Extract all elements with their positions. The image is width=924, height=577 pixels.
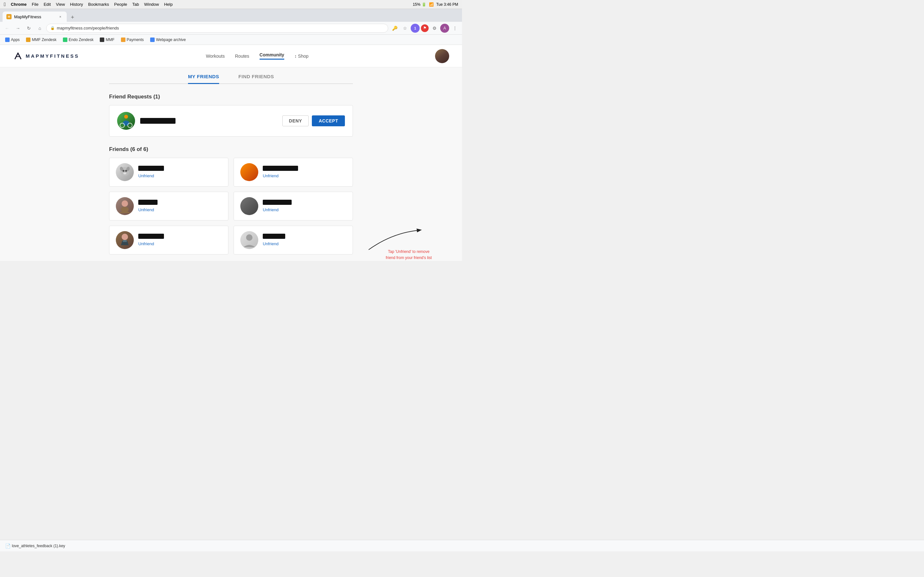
- shop-label: Shop: [298, 53, 309, 59]
- cyclist-icon: [117, 112, 135, 130]
- window-menu[interactable]: Window: [144, 2, 159, 7]
- url-text: mapmyfitness.com/people/friends: [57, 26, 384, 31]
- mmf-favicon: [100, 37, 104, 42]
- friend-6-unfriend[interactable]: Unfriend: [263, 242, 278, 246]
- friend-5-name: [138, 234, 164, 239]
- friend-2-info: Unfriend: [263, 166, 346, 179]
- new-tab-button[interactable]: +: [68, 13, 77, 22]
- bookmark-mmf-zendesk[interactable]: MMF Zendesk: [23, 37, 59, 43]
- tab-my-friends[interactable]: MY FRIENDS: [188, 74, 219, 84]
- svg-point-9: [123, 172, 126, 174]
- settings-icon[interactable]: ⚙: [430, 24, 439, 33]
- back-button[interactable]: ←: [3, 24, 11, 33]
- forward-button[interactable]: →: [13, 24, 23, 33]
- person-icon: [116, 197, 134, 215]
- nav-community[interactable]: Community: [260, 52, 284, 60]
- friend-3-unfriend[interactable]: Unfriend: [138, 207, 154, 212]
- friend-5-avatar-image: [116, 231, 134, 249]
- chrome-menu[interactable]: Chrome: [11, 2, 27, 7]
- bookmark-webpage-archive[interactable]: Webpage archive: [148, 37, 188, 43]
- bookmarks-menu[interactable]: Bookmarks: [88, 2, 109, 7]
- friends-title: Friends (6 of 6): [109, 146, 353, 153]
- svg-point-3: [128, 123, 132, 127]
- more-icon[interactable]: ⋮: [451, 24, 459, 33]
- friend-4-unfriend[interactable]: Unfriend: [263, 207, 278, 212]
- nav-workouts[interactable]: Workouts: [206, 53, 225, 59]
- friend-4-info: Unfriend: [263, 200, 346, 213]
- file-menu[interactable]: File: [32, 2, 39, 7]
- menu-bar:  Chrome File Edit View History Bookmark…: [0, 0, 462, 9]
- svg-point-1: [123, 121, 129, 126]
- friend-2-unfriend[interactable]: Unfriend: [263, 173, 278, 178]
- help-menu[interactable]: Help: [164, 2, 173, 7]
- nav-routes[interactable]: Routes: [235, 53, 249, 59]
- svg-point-2: [120, 123, 124, 127]
- dog-icon: [116, 163, 134, 181]
- tooltip-text: Tap 'Unfriend' to remove friend from you…: [384, 248, 433, 261]
- friend-1-unfriend[interactable]: Unfriend: [138, 173, 154, 178]
- user-avatar[interactable]: [435, 49, 449, 63]
- page-wrapper: MAPMYFITNESS Workouts Routes Community ↕…: [0, 45, 462, 261]
- friend-1-info: Unfriend: [138, 166, 222, 179]
- apps-favicon: [5, 37, 10, 42]
- friend-3-avatar: [116, 197, 134, 215]
- friend-3-avatar-image: [116, 197, 134, 215]
- people-menu[interactable]: People: [114, 2, 127, 7]
- friend-1-avatar: [116, 163, 134, 181]
- clock: Tue 3:46 PM: [436, 2, 458, 7]
- shop-arrows-icon: ↕: [294, 53, 297, 59]
- address-bar: ← → ↻ ⌂ 🔒 mapmyfitness.com/people/friend…: [0, 22, 462, 35]
- bookmark-mmf[interactable]: MMF: [97, 37, 117, 43]
- svg-point-12: [121, 234, 128, 240]
- tab-find-friends[interactable]: FIND FRIENDS: [238, 74, 274, 83]
- bookmark-endo-zendesk[interactable]: Endo Zendesk: [60, 37, 96, 43]
- active-tab[interactable]: M MapMyFitness ×: [3, 11, 67, 22]
- friend-card-1: Unfriend: [109, 158, 228, 187]
- key-icon[interactable]: 🔑: [390, 24, 399, 33]
- payments-favicon: [121, 37, 126, 42]
- friend-5-info: Unfriend: [138, 234, 222, 247]
- profile-badge[interactable]: 1: [411, 24, 420, 33]
- friend-1-name: [138, 166, 164, 171]
- star-icon[interactable]: ☆: [401, 24, 409, 33]
- friend-1-avatar-image: [116, 163, 134, 181]
- friend-3-info: Unfriend: [138, 200, 222, 213]
- tab-favicon: M: [6, 14, 11, 19]
- tab-close-button[interactable]: ×: [58, 14, 63, 19]
- extension-icon-red[interactable]: ⚑: [421, 24, 429, 32]
- user-avatar-image: [435, 49, 449, 63]
- mmf-nav-links: Workouts Routes Community ↕ Shop: [206, 52, 309, 60]
- svg-point-7: [123, 170, 124, 172]
- endo-zendesk-favicon: [63, 37, 67, 42]
- svg-point-8: [125, 170, 127, 172]
- man-suit-icon: [116, 231, 134, 249]
- refresh-button[interactable]: ↻: [24, 24, 33, 33]
- tab-bar: M MapMyFitness × +: [0, 9, 462, 22]
- bookmark-payments[interactable]: Payments: [118, 37, 146, 43]
- friend-6-avatar-image: [240, 231, 258, 249]
- deny-button[interactable]: DENY: [282, 115, 309, 126]
- tab-menu[interactable]: Tab: [132, 2, 139, 7]
- history-menu[interactable]: History: [70, 2, 83, 7]
- friends-grid: Unfriend Unfriend: [109, 158, 353, 255]
- home-button[interactable]: ⌂: [35, 24, 44, 33]
- accept-button[interactable]: ACCEPT: [312, 115, 345, 126]
- friend-card-5: Unfriend: [109, 226, 228, 255]
- bookmark-apps[interactable]: Apps: [3, 37, 22, 43]
- friend-5-unfriend[interactable]: Unfriend: [138, 242, 154, 246]
- nav-shop[interactable]: ↕ Shop: [294, 53, 309, 59]
- lock-icon: 🔒: [50, 26, 55, 30]
- ua-logo-icon: [13, 51, 23, 61]
- apple-menu[interactable]: : [4, 2, 6, 7]
- view-menu[interactable]: View: [56, 2, 65, 7]
- svg-rect-13: [123, 240, 127, 242]
- url-bar[interactable]: 🔒 mapmyfitness.com/people/friends: [46, 24, 388, 33]
- friend-avatar-image: [117, 112, 135, 130]
- chrome-profile-icon[interactable]: A: [440, 24, 449, 33]
- tooltip-label: Tap 'Unfriend' to remove friend from you…: [386, 250, 432, 260]
- mmf-logo[interactable]: MAPMYFITNESS: [13, 51, 79, 61]
- mmf-zendesk-label: MMF Zendesk: [32, 37, 57, 42]
- edit-menu[interactable]: Edit: [44, 2, 51, 7]
- friend-6-info: Unfriend: [263, 234, 346, 247]
- mmf-label: MMF: [105, 37, 114, 42]
